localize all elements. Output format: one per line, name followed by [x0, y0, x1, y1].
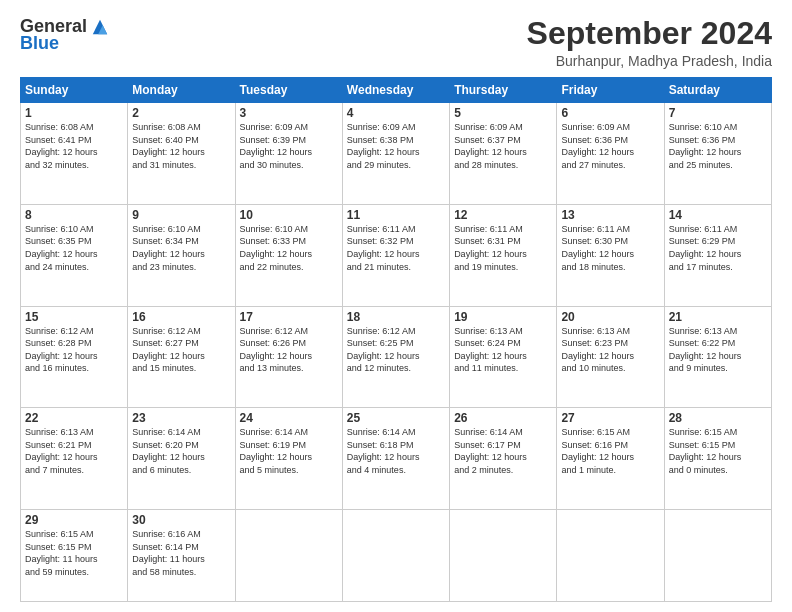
- page: General Blue September 2024 Burhanpur, M…: [0, 0, 792, 612]
- col-tuesday: Tuesday: [235, 78, 342, 103]
- day-info: Sunrise: 6:10 AMSunset: 6:33 PMDaylight:…: [240, 223, 338, 273]
- logo-icon: [91, 18, 109, 36]
- day-info: Sunrise: 6:14 AMSunset: 6:19 PMDaylight:…: [240, 426, 338, 476]
- empty-cell: [557, 509, 664, 601]
- day-info: Sunrise: 6:12 AMSunset: 6:28 PMDaylight:…: [25, 325, 123, 375]
- day-cell-24: 24 Sunrise: 6:14 AMSunset: 6:19 PMDaylig…: [235, 408, 342, 510]
- day-cell-22: 22 Sunrise: 6:13 AMSunset: 6:21 PMDaylig…: [21, 408, 128, 510]
- day-cell-7: 7 Sunrise: 6:10 AMSunset: 6:36 PMDayligh…: [664, 103, 771, 205]
- day-info: Sunrise: 6:09 AMSunset: 6:38 PMDaylight:…: [347, 121, 445, 171]
- day-info: Sunrise: 6:10 AMSunset: 6:34 PMDaylight:…: [132, 223, 230, 273]
- day-number: 26: [454, 411, 552, 425]
- day-info: Sunrise: 6:12 AMSunset: 6:25 PMDaylight:…: [347, 325, 445, 375]
- day-cell-2: 2 Sunrise: 6:08 AMSunset: 6:40 PMDayligh…: [128, 103, 235, 205]
- month-title: September 2024: [527, 16, 772, 51]
- day-cell-3: 3 Sunrise: 6:09 AMSunset: 6:39 PMDayligh…: [235, 103, 342, 205]
- day-info: Sunrise: 6:15 AMSunset: 6:15 PMDaylight:…: [669, 426, 767, 476]
- col-monday: Monday: [128, 78, 235, 103]
- day-cell-26: 26 Sunrise: 6:14 AMSunset: 6:17 PMDaylig…: [450, 408, 557, 510]
- col-friday: Friday: [557, 78, 664, 103]
- week-row-3: 15 Sunrise: 6:12 AMSunset: 6:28 PMDaylig…: [21, 306, 772, 408]
- day-number: 30: [132, 513, 230, 527]
- day-info: Sunrise: 6:13 AMSunset: 6:21 PMDaylight:…: [25, 426, 123, 476]
- day-number: 19: [454, 310, 552, 324]
- col-sunday: Sunday: [21, 78, 128, 103]
- col-wednesday: Wednesday: [342, 78, 449, 103]
- day-number: 4: [347, 106, 445, 120]
- week-row-4: 22 Sunrise: 6:13 AMSunset: 6:21 PMDaylig…: [21, 408, 772, 510]
- day-cell-28: 28 Sunrise: 6:15 AMSunset: 6:15 PMDaylig…: [664, 408, 771, 510]
- day-cell-25: 25 Sunrise: 6:14 AMSunset: 6:18 PMDaylig…: [342, 408, 449, 510]
- day-info: Sunrise: 6:16 AMSunset: 6:14 PMDaylight:…: [132, 528, 230, 578]
- day-number: 14: [669, 208, 767, 222]
- day-number: 10: [240, 208, 338, 222]
- day-number: 7: [669, 106, 767, 120]
- day-number: 2: [132, 106, 230, 120]
- day-cell-8: 8 Sunrise: 6:10 AMSunset: 6:35 PMDayligh…: [21, 204, 128, 306]
- day-number: 13: [561, 208, 659, 222]
- day-info: Sunrise: 6:11 AMSunset: 6:30 PMDaylight:…: [561, 223, 659, 273]
- location: Burhanpur, Madhya Pradesh, India: [527, 53, 772, 69]
- day-info: Sunrise: 6:10 AMSunset: 6:35 PMDaylight:…: [25, 223, 123, 273]
- day-info: Sunrise: 6:12 AMSunset: 6:26 PMDaylight:…: [240, 325, 338, 375]
- day-cell-13: 13 Sunrise: 6:11 AMSunset: 6:30 PMDaylig…: [557, 204, 664, 306]
- day-number: 27: [561, 411, 659, 425]
- week-row-5: 29 Sunrise: 6:15 AMSunset: 6:15 PMDaylig…: [21, 509, 772, 601]
- day-cell-9: 9 Sunrise: 6:10 AMSunset: 6:34 PMDayligh…: [128, 204, 235, 306]
- title-section: September 2024 Burhanpur, Madhya Pradesh…: [527, 16, 772, 69]
- day-cell-21: 21 Sunrise: 6:13 AMSunset: 6:22 PMDaylig…: [664, 306, 771, 408]
- day-info: Sunrise: 6:14 AMSunset: 6:20 PMDaylight:…: [132, 426, 230, 476]
- day-cell-29: 29 Sunrise: 6:15 AMSunset: 6:15 PMDaylig…: [21, 509, 128, 601]
- day-info: Sunrise: 6:13 AMSunset: 6:24 PMDaylight:…: [454, 325, 552, 375]
- day-cell-10: 10 Sunrise: 6:10 AMSunset: 6:33 PMDaylig…: [235, 204, 342, 306]
- day-number: 3: [240, 106, 338, 120]
- day-info: Sunrise: 6:15 AMSunset: 6:15 PMDaylight:…: [25, 528, 123, 578]
- week-row-1: 1 Sunrise: 6:08 AMSunset: 6:41 PMDayligh…: [21, 103, 772, 205]
- day-info: Sunrise: 6:14 AMSunset: 6:18 PMDaylight:…: [347, 426, 445, 476]
- day-cell-19: 19 Sunrise: 6:13 AMSunset: 6:24 PMDaylig…: [450, 306, 557, 408]
- col-thursday: Thursday: [450, 78, 557, 103]
- empty-cell: [342, 509, 449, 601]
- day-info: Sunrise: 6:13 AMSunset: 6:23 PMDaylight:…: [561, 325, 659, 375]
- day-cell-23: 23 Sunrise: 6:14 AMSunset: 6:20 PMDaylig…: [128, 408, 235, 510]
- day-info: Sunrise: 6:14 AMSunset: 6:17 PMDaylight:…: [454, 426, 552, 476]
- day-number: 15: [25, 310, 123, 324]
- day-info: Sunrise: 6:11 AMSunset: 6:29 PMDaylight:…: [669, 223, 767, 273]
- day-number: 16: [132, 310, 230, 324]
- day-number: 11: [347, 208, 445, 222]
- day-cell-17: 17 Sunrise: 6:12 AMSunset: 6:26 PMDaylig…: [235, 306, 342, 408]
- empty-cell: [235, 509, 342, 601]
- day-cell-1: 1 Sunrise: 6:08 AMSunset: 6:41 PMDayligh…: [21, 103, 128, 205]
- day-number: 24: [240, 411, 338, 425]
- day-info: Sunrise: 6:10 AMSunset: 6:36 PMDaylight:…: [669, 121, 767, 171]
- day-info: Sunrise: 6:09 AMSunset: 6:39 PMDaylight:…: [240, 121, 338, 171]
- day-number: 28: [669, 411, 767, 425]
- day-number: 8: [25, 208, 123, 222]
- day-cell-18: 18 Sunrise: 6:12 AMSunset: 6:25 PMDaylig…: [342, 306, 449, 408]
- day-number: 20: [561, 310, 659, 324]
- day-info: Sunrise: 6:09 AMSunset: 6:37 PMDaylight:…: [454, 121, 552, 171]
- day-info: Sunrise: 6:08 AMSunset: 6:40 PMDaylight:…: [132, 121, 230, 171]
- day-number: 22: [25, 411, 123, 425]
- day-cell-30: 30 Sunrise: 6:16 AMSunset: 6:14 PMDaylig…: [128, 509, 235, 601]
- calendar-table: Sunday Monday Tuesday Wednesday Thursday…: [20, 77, 772, 602]
- day-number: 12: [454, 208, 552, 222]
- day-info: Sunrise: 6:11 AMSunset: 6:32 PMDaylight:…: [347, 223, 445, 273]
- day-info: Sunrise: 6:15 AMSunset: 6:16 PMDaylight:…: [561, 426, 659, 476]
- day-cell-14: 14 Sunrise: 6:11 AMSunset: 6:29 PMDaylig…: [664, 204, 771, 306]
- day-info: Sunrise: 6:09 AMSunset: 6:36 PMDaylight:…: [561, 121, 659, 171]
- day-number: 21: [669, 310, 767, 324]
- day-cell-5: 5 Sunrise: 6:09 AMSunset: 6:37 PMDayligh…: [450, 103, 557, 205]
- day-number: 17: [240, 310, 338, 324]
- logo: General Blue: [20, 16, 109, 54]
- day-cell-27: 27 Sunrise: 6:15 AMSunset: 6:16 PMDaylig…: [557, 408, 664, 510]
- day-cell-4: 4 Sunrise: 6:09 AMSunset: 6:38 PMDayligh…: [342, 103, 449, 205]
- header-row: Sunday Monday Tuesday Wednesday Thursday…: [21, 78, 772, 103]
- day-info: Sunrise: 6:11 AMSunset: 6:31 PMDaylight:…: [454, 223, 552, 273]
- day-cell-11: 11 Sunrise: 6:11 AMSunset: 6:32 PMDaylig…: [342, 204, 449, 306]
- empty-cell: [664, 509, 771, 601]
- week-row-2: 8 Sunrise: 6:10 AMSunset: 6:35 PMDayligh…: [21, 204, 772, 306]
- day-cell-15: 15 Sunrise: 6:12 AMSunset: 6:28 PMDaylig…: [21, 306, 128, 408]
- day-cell-16: 16 Sunrise: 6:12 AMSunset: 6:27 PMDaylig…: [128, 306, 235, 408]
- day-info: Sunrise: 6:08 AMSunset: 6:41 PMDaylight:…: [25, 121, 123, 171]
